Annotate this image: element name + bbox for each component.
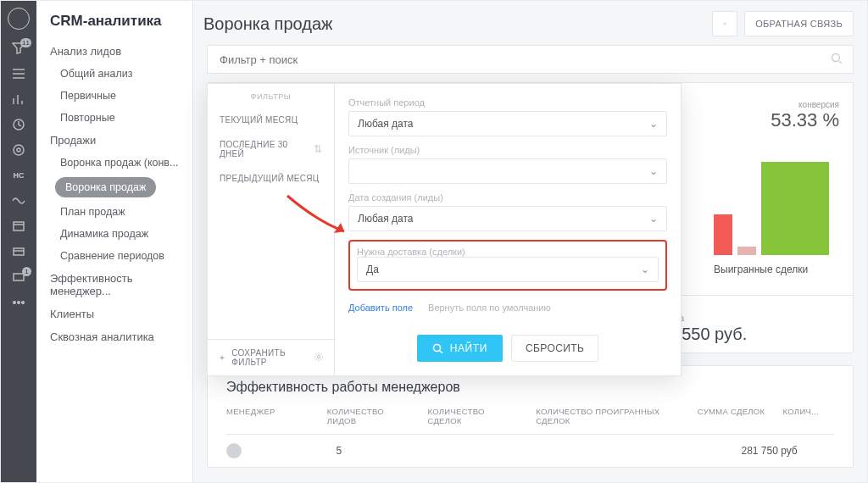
nav-item[interactable]: Первичные bbox=[36, 85, 192, 107]
save-filter-button[interactable]: ＋ СОХРАНИТЬ ФИЛЬТР bbox=[218, 348, 314, 367]
target-icon[interactable] bbox=[11, 143, 26, 157]
svg-point-10 bbox=[832, 53, 840, 61]
close-button[interactable] bbox=[8, 8, 30, 30]
search-input[interactable] bbox=[218, 53, 831, 67]
search-icon bbox=[432, 343, 443, 354]
add-field-link[interactable]: Добавить поле bbox=[348, 303, 413, 313]
reset-button[interactable]: СБРОСИТЬ bbox=[511, 335, 598, 362]
svg-rect-3 bbox=[14, 222, 24, 230]
nav-group-sales[interactable]: Продажи bbox=[36, 129, 192, 152]
search-bar[interactable] bbox=[207, 45, 854, 74]
svg-rect-5 bbox=[14, 274, 24, 280]
delivery-select[interactable]: Да ⌄ bbox=[357, 257, 659, 282]
settings-button[interactable] bbox=[712, 11, 737, 36]
wave-icon[interactable] bbox=[11, 194, 26, 208]
won-label: Выигранные сделки bbox=[714, 264, 808, 275]
left-icon-bar: 11 HC 1 bbox=[1, 1, 36, 482]
nav-item[interactable]: Общий анализ bbox=[36, 63, 192, 85]
svg-point-11 bbox=[317, 355, 320, 358]
filter-presets-pane: ФИЛЬТРЫ ТЕКУЩИЙ МЕСЯЦ ПОСЛЕДНИЕ 30 ДНЕЙ⇅… bbox=[208, 84, 335, 375]
svg-point-12 bbox=[433, 344, 440, 351]
created-select[interactable]: Любая дата ⌄ bbox=[348, 206, 667, 231]
nav-item-active[interactable]: Воронка продаж bbox=[55, 177, 156, 197]
reset-fields-link[interactable]: Вернуть поля по умолчанию bbox=[428, 303, 551, 313]
bar-lost-small bbox=[737, 247, 756, 255]
funnel-icon[interactable]: 11 bbox=[11, 42, 26, 55]
chevron-down-icon: ⌄ bbox=[649, 213, 658, 225]
nav-group-eff[interactable]: Эффективность менеджер... bbox=[36, 267, 192, 303]
field-label: Источник (лиды) bbox=[348, 145, 667, 155]
find-button[interactable]: НАЙТИ bbox=[417, 335, 503, 362]
nav-group-through[interactable]: Сквозная аналитика bbox=[36, 325, 192, 348]
bar-won bbox=[761, 162, 829, 255]
field-label: Отчетный период bbox=[348, 97, 667, 108]
search-icon bbox=[831, 53, 843, 67]
nav-item[interactable]: Повторные bbox=[36, 107, 192, 129]
svg-point-6 bbox=[14, 302, 16, 304]
svg-rect-4 bbox=[14, 248, 24, 255]
feedback-button[interactable]: ОБРАТНАЯ СВЯЗЬ bbox=[744, 11, 854, 36]
highlighted-field: Нужна доставка (сделки) Да ⌄ bbox=[348, 240, 667, 291]
chevron-down-icon: ⌄ bbox=[649, 165, 658, 177]
svg-point-7 bbox=[18, 302, 20, 304]
filter-preset[interactable]: ПОСЛЕДНИЕ 30 ДНЕЙ⇅ bbox=[208, 132, 334, 166]
nav-group-clients[interactable]: Клиенты bbox=[36, 303, 192, 325]
filter-fields-pane: Отчетный период Любая дата ⌄ Источник (л… bbox=[335, 84, 681, 375]
svg-point-8 bbox=[22, 302, 25, 304]
filter-preset[interactable]: ТЕКУЩИЙ МЕСЯЦ bbox=[208, 108, 334, 132]
svg-point-2 bbox=[17, 148, 20, 152]
period-select[interactable]: Любая дата ⌄ bbox=[348, 111, 667, 136]
more-icon[interactable] bbox=[11, 296, 26, 309]
table-header: МЕНЕДЖЕР КОЛИЧЕСТВО ЛИДОВ КОЛИЧЕСТВО СДЕ… bbox=[226, 407, 834, 435]
filter-preset[interactable]: ПРЕДЫДУЩИЙ МЕСЯЦ bbox=[208, 166, 334, 191]
clock-icon[interactable] bbox=[11, 118, 26, 131]
svg-point-1 bbox=[14, 145, 24, 155]
source-select[interactable]: ⌄ bbox=[348, 158, 667, 184]
nav-item[interactable]: План продаж bbox=[36, 201, 192, 223]
bars-icon[interactable] bbox=[11, 92, 26, 106]
filter-settings-icon[interactable] bbox=[314, 352, 324, 364]
filter-popup: ФИЛЬТРЫ ТЕКУЩИЙ МЕСЯЦ ПОСЛЕДНИЕ 30 ДНЕЙ⇅… bbox=[207, 83, 682, 376]
avatar bbox=[226, 443, 242, 458]
chevron-down-icon: ⌄ bbox=[641, 264, 649, 275]
pin-icon: ⇅ bbox=[314, 143, 322, 155]
chevron-down-icon: ⌄ bbox=[649, 118, 658, 130]
svg-point-9 bbox=[725, 23, 726, 24]
filters-header: ФИЛЬТРЫ bbox=[208, 84, 334, 108]
page-title: Воронка продаж bbox=[203, 14, 712, 34]
nav-item[interactable]: Воронка продаж (конв... bbox=[36, 152, 192, 174]
field-label: Нужна доставка (сделки) bbox=[357, 247, 659, 257]
nav-item[interactable]: Сравнение периодов bbox=[36, 245, 192, 267]
card-icon[interactable] bbox=[11, 245, 26, 258]
app-title: CRM-аналитика bbox=[50, 13, 179, 30]
badge: 11 bbox=[20, 38, 31, 47]
hc-icon[interactable]: HC bbox=[11, 169, 26, 182]
field-label: Дата создания (лиды) bbox=[348, 192, 667, 203]
managers-card: Эффективность работы менеджеров МЕНЕДЖЕР… bbox=[207, 365, 854, 468]
list-icon[interactable] bbox=[11, 67, 26, 80]
bar-lost bbox=[714, 214, 732, 255]
gear-icon bbox=[723, 18, 726, 30]
conversion-label: конверсия bbox=[798, 100, 839, 109]
card2-icon[interactable]: 1 bbox=[11, 270, 26, 284]
conversion-value: 53.33 % bbox=[771, 109, 839, 131]
side-nav: CRM-аналитика Анализ лидов Общий анализ … bbox=[36, 1, 193, 482]
plus-icon: ＋ bbox=[218, 352, 226, 364]
nav-group-leads[interactable]: Анализ лидов bbox=[36, 40, 192, 63]
window-icon[interactable] bbox=[11, 219, 26, 233]
nav-item[interactable]: Динамика продаж bbox=[36, 223, 192, 245]
funnel-bars bbox=[714, 162, 829, 255]
table-row[interactable]: 5 281 750 руб bbox=[226, 435, 834, 467]
managers-title: Эффективность работы менеджеров bbox=[226, 380, 834, 395]
